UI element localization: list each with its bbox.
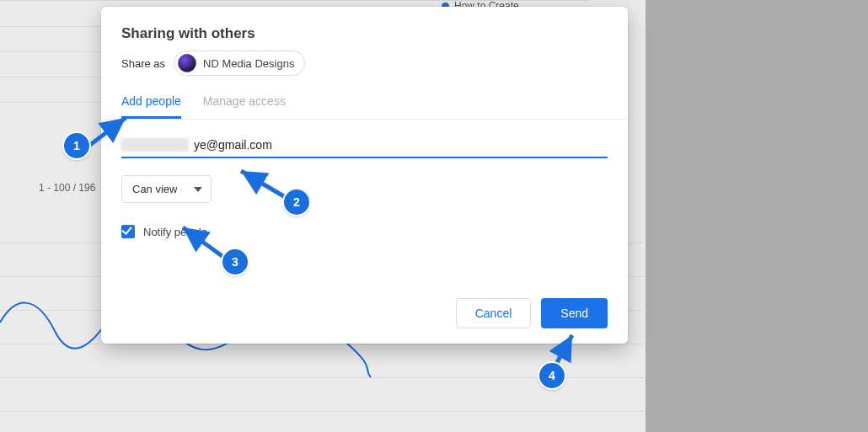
dialog-title: Sharing with others [121, 25, 608, 42]
share-as-name: ND Media Designs [203, 57, 294, 70]
annotation-badge-2: 2 [284, 189, 309, 215]
tab-manage-access[interactable]: Manage access [203, 94, 286, 119]
permission-label: Can view [132, 183, 177, 195]
share-as-chip[interactable]: ND Media Designs [174, 51, 305, 76]
annotation-badge-4: 4 [539, 363, 565, 388]
annotation-badge-3: 3 [222, 249, 248, 275]
permission-select[interactable]: Can view [121, 175, 212, 203]
dialog-actions: Cancel Send [456, 298, 608, 328]
notify-checkbox[interactable] [121, 225, 135, 238]
side-overlay [646, 0, 868, 432]
cancel-button[interactable]: Cancel [456, 298, 532, 328]
annotation-arrow-1 [87, 113, 137, 152]
email-field[interactable] [194, 138, 608, 152]
send-button[interactable]: Send [541, 298, 608, 328]
dialog-tabs: Add people Manage access [101, 94, 628, 120]
share-as-label: Share as [121, 57, 165, 70]
annotation-badge-1: 1 [64, 133, 89, 158]
share-dialog: Sharing with others Share as ND Media De… [101, 7, 628, 344]
share-as-row: Share as ND Media Designs [121, 51, 608, 76]
chevron-down-icon [194, 187, 202, 192]
avatar-icon [178, 54, 196, 72]
email-input-row[interactable] [121, 138, 608, 158]
